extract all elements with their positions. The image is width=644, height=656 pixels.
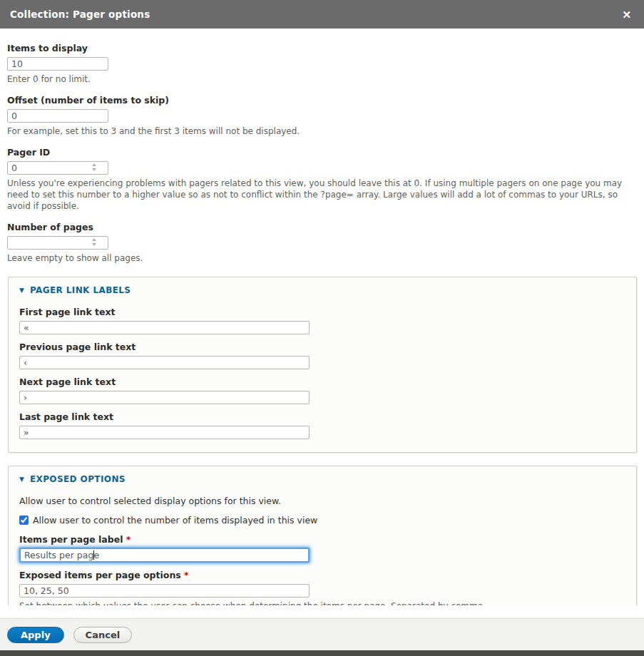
exposed-items-options-field: Exposed items per page options * Set bet… <box>19 570 625 605</box>
items-per-page-label-text: Items per page label <box>19 534 123 545</box>
exposed-items-options-label: Exposed items per page options * <box>19 570 625 580</box>
first-page-link-input[interactable] <box>19 321 310 334</box>
pager-id-description: Unless you're experiencing problems with… <box>7 178 637 212</box>
offset-field: Offset (number of items to skip) For exa… <box>7 95 637 137</box>
next-page-link-label: Next page link text <box>19 376 625 387</box>
items-per-page-label-field: Items per page label * <box>19 534 625 563</box>
exposed-items-options-label-text: Exposed items per page options <box>19 570 181 580</box>
exposed-options-legend-text: EXPOSED OPTIONS <box>30 474 126 484</box>
first-page-link-label: First page link text <box>19 307 625 317</box>
exposed-options-fieldset: ▼ EXPOSED OPTIONS Allow user to control … <box>8 466 637 605</box>
previous-page-link-label: Previous page link text <box>19 342 625 352</box>
modal-content: Items to display Enter 0 for no limit. O… <box>0 29 644 605</box>
close-icon[interactable]: ✕ <box>619 8 634 21</box>
items-per-page-label-input[interactable] <box>19 548 310 563</box>
number-of-pages-field: Number of pages Leave empty to show all … <box>7 222 637 264</box>
exposed-options-legend[interactable]: ▼ EXPOSED OPTIONS <box>19 474 625 484</box>
next-page-link-input[interactable] <box>19 391 310 404</box>
modal-footer: Apply Cancel <box>0 618 644 650</box>
pager-link-labels-legend[interactable]: ▼ PAGER LINK LABELS <box>19 285 625 295</box>
apply-button[interactable]: Apply <box>7 627 64 643</box>
control-items-checkbox-label: Allow user to control the number of item… <box>33 515 317 526</box>
items-to-display-input[interactable] <box>7 57 108 71</box>
number-of-pages-description: Leave empty to show all pages. <box>7 252 637 264</box>
last-page-link-label: Last page link text <box>19 411 625 422</box>
exposed-items-options-description: Set between which values the user can ch… <box>19 600 625 605</box>
pager-link-labels-fieldset: ▼ PAGER LINK LABELS First page link text… <box>8 277 637 453</box>
number-spinner-icon[interactable] <box>91 238 96 246</box>
required-asterisk: * <box>126 534 131 545</box>
offset-description: For example, set this to 3 and the first… <box>7 125 637 137</box>
pager-id-field: Pager ID Unless you're experiencing prob… <box>7 147 637 212</box>
previous-page-link-input[interactable] <box>19 356 310 369</box>
offset-label: Offset (number of items to skip) <box>7 95 637 106</box>
items-to-display-description: Enter 0 for no limit. <box>7 73 637 85</box>
last-page-link-input[interactable] <box>19 426 310 439</box>
pager-link-labels-legend-text: PAGER LINK LABELS <box>30 285 131 295</box>
required-asterisk: * <box>184 570 189 580</box>
text-cursor <box>93 550 94 560</box>
items-to-display-label: Items to display <box>7 43 637 53</box>
modal-title: Collection: Pager options <box>10 9 150 20</box>
control-items-checkbox[interactable] <box>19 516 29 525</box>
exposed-items-options-input[interactable] <box>19 584 310 598</box>
collapse-triangle-icon: ▼ <box>19 476 24 483</box>
pager-id-label: Pager ID <box>7 147 637 158</box>
exposed-options-intro: Allow user to control selected display o… <box>19 496 625 506</box>
cancel-button[interactable]: Cancel <box>73 627 133 643</box>
control-items-checkbox-row[interactable]: Allow user to control the number of item… <box>19 515 625 526</box>
number-spinner-icon[interactable] <box>91 163 96 171</box>
items-per-page-label-label: Items per page label * <box>19 534 625 545</box>
number-of-pages-label: Number of pages <box>7 222 637 232</box>
collapse-triangle-icon: ▼ <box>19 287 24 294</box>
page-background-strip <box>0 650 644 656</box>
next-page-link-field: Next page link text <box>19 376 625 404</box>
first-page-link-field: First page link text <box>19 307 625 334</box>
offset-input[interactable] <box>7 109 108 123</box>
previous-page-link-field: Previous page link text <box>19 342 625 369</box>
last-page-link-field: Last page link text <box>19 411 625 439</box>
modal-header: Collection: Pager options ✕ <box>0 0 644 29</box>
items-to-display-field: Items to display Enter 0 for no limit. <box>7 43 637 85</box>
